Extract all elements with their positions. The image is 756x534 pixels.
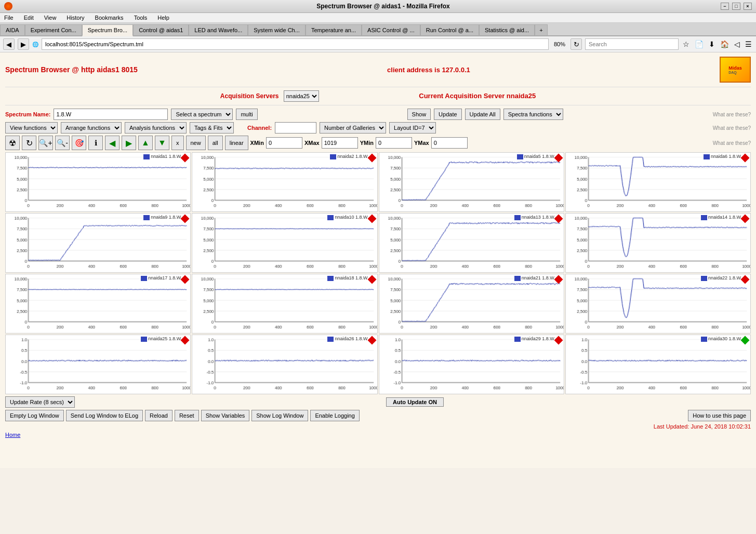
update-all-btn[interactable]: Update All (465, 109, 500, 120)
tab-add-btn[interactable]: + (535, 24, 547, 35)
menu-help[interactable]: Help (155, 14, 171, 21)
select-spectrum-dropdown[interactable]: Select a spectrum (171, 109, 233, 120)
what-these-link-3[interactable]: What are these? (713, 140, 751, 146)
layout-select[interactable]: Layout ID=7 (389, 122, 436, 134)
what-these-link-2[interactable]: What are these? (713, 125, 751, 131)
chart-cell-nnaida17[interactable]: nnaida17 1.8.W (5, 274, 191, 333)
back-btn[interactable]: ◀ (3, 38, 15, 50)
reader-icon[interactable]: 📄 (694, 39, 705, 49)
prev-btn[interactable]: ◀ (105, 136, 120, 150)
arrange-functions-select[interactable]: Arrange functions (61, 122, 122, 134)
empty-log-btn[interactable]: Empty Log Window (5, 410, 64, 421)
tab-temperature[interactable]: Temperature an... (306, 24, 362, 35)
chart-cell-nnaida9[interactable]: nnaida9 1.8.W (5, 213, 191, 273)
chart-canvas-nnaida10 (192, 213, 377, 272)
tab-system[interactable]: System wide Ch... (248, 24, 306, 35)
maximize-btn[interactable]: □ (732, 3, 740, 10)
send-log-btn[interactable]: Send Log Window to ELog (66, 410, 143, 421)
tags-fits-select[interactable]: Tags & Fits (190, 122, 234, 134)
tab-asic[interactable]: ASIC Control @ ... (362, 24, 420, 35)
chart-cell-nnaida30[interactable]: nnaida30 1.8.W (565, 335, 751, 394)
galleries-select[interactable]: Number of Galleries (320, 122, 386, 134)
chart-cell-nnaida6[interactable]: nnaida6 1.8.W (565, 152, 751, 212)
menu-file[interactable]: File (2, 14, 16, 21)
refresh-icon-btn[interactable]: ↻ (22, 136, 36, 150)
show-btn[interactable]: Show (407, 109, 431, 120)
show-variables-btn[interactable]: Show Variables (201, 410, 250, 421)
reload-btn[interactable]: Reload (145, 410, 173, 421)
acq-server-select[interactable]: nnaida25 (284, 90, 319, 102)
menu-edit[interactable]: Edit (22, 14, 36, 21)
menu-bookmarks[interactable]: Bookmarks (93, 14, 126, 21)
tab-experiment[interactable]: Experiment Con... (25, 24, 82, 35)
radiation-icon-btn[interactable]: ☢ (5, 136, 20, 150)
enable-logging-btn[interactable]: Enable Logging (310, 410, 359, 421)
tab-control[interactable]: Control @ aidas1 (133, 24, 189, 35)
forward-btn[interactable]: ▶ (18, 38, 29, 50)
chart-cell-nnaida29[interactable]: nnaida29 1.8.W (379, 335, 564, 394)
tab-aida[interactable]: AIDA (0, 24, 25, 35)
next-btn[interactable]: ▶ (122, 136, 136, 150)
refresh-btn[interactable]: ↻ (571, 38, 582, 50)
zoom-in-btn[interactable]: 🔍+ (38, 136, 53, 150)
tab-led[interactable]: LED and Wavefo... (189, 24, 248, 35)
linear-btn[interactable]: linear (225, 136, 248, 150)
chart-cell-nnaida25[interactable]: nnaida25 1.8.W (5, 335, 191, 394)
bottom-controls: Update Rate (8 secs) Auto Update ON Empt… (5, 396, 751, 438)
tab-statistics[interactable]: Statistics @ aid... (479, 24, 535, 35)
analysis-functions-select[interactable]: Analysis functions (125, 122, 187, 134)
what-these-link-1[interactable]: What are these? (713, 112, 751, 117)
show-log-btn[interactable]: Show Log Window (251, 410, 308, 421)
tab-spectrum[interactable]: Spectrum Bro... (82, 24, 133, 36)
up-btn[interactable]: ▲ (138, 136, 153, 150)
home-link[interactable]: Home (5, 430, 20, 440)
menu-icon[interactable]: ☰ (744, 39, 753, 49)
spectrum-name-input[interactable] (54, 109, 168, 120)
how-to-btn[interactable]: How to use this page (688, 410, 751, 421)
chart-cell-nnaida13[interactable]: nnaida13 1.8.W (379, 213, 564, 273)
menubar: File Edit View History Bookmarks Tools H… (0, 13, 756, 23)
bookmark-icon[interactable]: ☆ (682, 39, 691, 49)
chart-cell-nnaida22[interactable]: nnaida22 1.8.W (565, 274, 751, 333)
home-nav-icon[interactable]: 🏠 (719, 39, 730, 49)
zoom-out-btn[interactable]: 🔍- (55, 136, 70, 150)
all-btn[interactable]: all (208, 136, 223, 150)
channel-input[interactable] (275, 122, 316, 134)
spectra-functions-select[interactable]: Spectra functions (503, 109, 563, 120)
chart-cell-nnaida26[interactable]: nnaida26 1.8.W (192, 335, 377, 394)
chart-cell-nnaida18[interactable]: nnaida18 1.8.W (192, 274, 377, 333)
reset-btn[interactable]: Reset (175, 410, 199, 421)
last-updated: Last Updated: June 24, 2018 10:02:31 (5, 421, 751, 432)
update-btn[interactable]: Update (434, 109, 461, 120)
address-bar[interactable] (42, 38, 549, 50)
close-btn[interactable]: × (744, 3, 752, 10)
chart-cell-nnaida14[interactable]: nnaida14 1.8.W (565, 213, 751, 273)
back-nav-icon[interactable]: ◁ (733, 39, 741, 49)
tab-runcontrol[interactable]: Run Control @ a... (420, 24, 479, 35)
target-btn[interactable]: 🎯 (72, 136, 86, 150)
new-btn[interactable]: new (186, 136, 206, 150)
chart-cell-nnaida10[interactable]: nnaida10 1.8.W (192, 213, 377, 273)
menu-history[interactable]: History (64, 14, 86, 21)
menu-view[interactable]: View (42, 14, 59, 21)
down-btn[interactable]: ▼ (155, 136, 169, 150)
chart-cell-nnaida1[interactable]: nnaida1 1.8.W (5, 152, 191, 212)
chart-cell-nnaida5[interactable]: nnaida5 1.8.W (379, 152, 564, 212)
download-icon[interactable]: ⬇ (708, 39, 716, 49)
menu-tools[interactable]: Tools (132, 14, 150, 21)
xmin-input[interactable] (266, 137, 302, 149)
view-functions-select[interactable]: View functions (5, 122, 58, 134)
minimize-btn[interactable]: − (721, 3, 729, 10)
search-input[interactable] (585, 38, 679, 50)
chart-cell-nnaida21[interactable]: nnaida21 1.8.W (379, 274, 564, 333)
x-btn[interactable]: x (171, 136, 184, 150)
xmax-input[interactable] (322, 137, 358, 149)
multi-btn[interactable]: multi (236, 109, 257, 120)
update-rate-select[interactable]: Update Rate (8 secs) (5, 396, 75, 408)
chart-cell-nnaida2[interactable]: nnaida2 1.8.W (192, 152, 377, 212)
info-btn[interactable]: ℹ (88, 136, 103, 150)
spectrum-name-label: Spectrum Name: (5, 111, 50, 117)
chart-canvas-nnaida5 (379, 153, 564, 211)
ymax-input[interactable] (431, 137, 468, 149)
ymin-input[interactable] (376, 137, 412, 149)
